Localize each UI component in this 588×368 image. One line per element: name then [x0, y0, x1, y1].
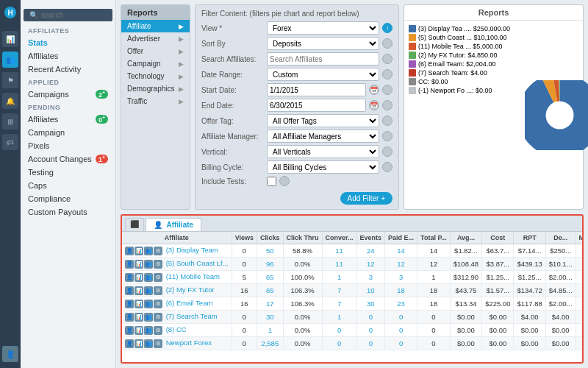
- sidebar-item-testing[interactable]: Testing: [21, 166, 115, 179]
- search-affiliates-input[interactable]: [267, 52, 379, 66]
- clicks-link[interactable]: 17: [266, 300, 274, 308]
- settings-icon[interactable]: ⚙: [154, 286, 162, 295]
- paid-e-link[interactable]: 0: [399, 313, 403, 321]
- conver-link[interactable]: 1: [337, 273, 341, 281]
- sidebar-item-campaigns[interactable]: Campaigns 2+: [21, 88, 115, 101]
- offer-tag-icon[interactable]: [382, 116, 392, 126]
- date-range-select[interactable]: Custom: [267, 68, 379, 81]
- sidebar-item-stats[interactable]: Stats: [21, 36, 115, 49]
- settings-icon[interactable]: ⚙: [154, 339, 162, 348]
- reports-nav-item-technology[interactable]: Technology ▶: [121, 70, 190, 82]
- reports-nav-item-affiliate[interactable]: Affiliate ▶: [121, 20, 190, 32]
- search-affiliates-icon[interactable]: [382, 54, 392, 64]
- chart-row-icon[interactable]: 📊: [135, 326, 143, 335]
- person-icon[interactable]: 👤: [125, 247, 134, 255]
- clicks-link[interactable]: 50: [266, 247, 274, 255]
- paid-e-link[interactable]: 0: [399, 339, 403, 347]
- events-link[interactable]: 0: [369, 313, 373, 321]
- paid-e-link[interactable]: 23: [397, 300, 405, 308]
- reports-nav-item-traffic[interactable]: Traffic ▶: [121, 95, 190, 107]
- events-link[interactable]: 0: [369, 326, 373, 334]
- paid-e-link[interactable]: 0: [399, 326, 403, 334]
- group-icon[interactable]: 👥: [144, 313, 153, 322]
- chart-row-icon[interactable]: 📊: [135, 286, 143, 295]
- chart-icon[interactable]: 📊: [2, 31, 18, 47]
- paid-e-link[interactable]: 3: [399, 273, 403, 281]
- affiliate-link[interactable]: (6) Email Team: [166, 299, 213, 307]
- clicks-link[interactable]: 65: [266, 286, 274, 294]
- group-icon[interactable]: 👥: [144, 286, 153, 295]
- person-icon[interactable]: 👤: [125, 273, 134, 282]
- affiliate-link[interactable]: (3) Display Team: [166, 246, 218, 254]
- conver-link[interactable]: 11: [335, 247, 343, 255]
- vertical-icon[interactable]: [382, 146, 392, 157]
- date-range-icon[interactable]: [382, 69, 392, 79]
- reports-nav-item-offer[interactable]: Offer ▶: [121, 45, 190, 57]
- chart-row-icon[interactable]: 📊: [135, 260, 143, 269]
- conver-link[interactable]: 0: [337, 326, 341, 334]
- reports-nav-item-advertiser[interactable]: Advertiser ▶: [121, 32, 190, 45]
- settings-icon[interactable]: ⚙: [154, 260, 162, 269]
- view-info-icon[interactable]: !: [382, 23, 392, 33]
- settings-icon[interactable]: ⚙: [154, 326, 162, 335]
- conver-link[interactable]: 11: [335, 260, 343, 268]
- include-tests-icon[interactable]: [279, 176, 290, 186]
- group-icon[interactable]: 👥: [144, 300, 153, 308]
- sidebar-item-compliance[interactable]: Compliance: [21, 192, 115, 205]
- sidebar-item-account-changes[interactable]: Account Changes 1+: [21, 152, 115, 166]
- settings-icon[interactable]: ⚙: [154, 273, 162, 282]
- reports-nav-item-demographics[interactable]: Demographics ▶: [121, 82, 190, 95]
- sort-select[interactable]: Deposits: [267, 37, 379, 50]
- include-tests-checkbox[interactable]: [267, 177, 276, 186]
- events-link[interactable]: 0: [369, 339, 373, 347]
- chart-row-icon[interactable]: 📊: [135, 313, 143, 322]
- person-icon[interactable]: 👤: [125, 260, 134, 269]
- affiliate-link[interactable]: (5) South Coast Lf...: [166, 259, 229, 267]
- events-link[interactable]: 12: [367, 260, 375, 268]
- person-icon[interactable]: 👤: [125, 313, 134, 322]
- start-date-input[interactable]: [267, 83, 366, 96]
- add-filter-button[interactable]: Add Filter +: [340, 192, 392, 205]
- chart-row-icon[interactable]: 📊: [135, 247, 143, 255]
- sidebar-item-recent-activity[interactable]: Recent Activity: [21, 63, 115, 76]
- clicks-link[interactable]: 1: [268, 326, 272, 334]
- affiliate-link[interactable]: Newport Forex: [166, 339, 212, 347]
- affiliate-link[interactable]: (11) Mobile Team: [166, 272, 220, 280]
- conver-link[interactable]: 0: [337, 339, 341, 347]
- group-icon[interactable]: 👥: [144, 339, 153, 348]
- bell-icon[interactable]: 🔔: [2, 93, 18, 109]
- sidebar-item-custom-payouts[interactable]: Custom Payouts: [21, 205, 115, 219]
- billing-cycle-select[interactable]: All Billing Cycles: [267, 160, 379, 174]
- affiliate-link[interactable]: (2) My FX Tutor: [166, 286, 215, 294]
- search-input[interactable]: [41, 11, 93, 19]
- paid-e-link[interactable]: 14: [397, 247, 405, 255]
- clicks-link[interactable]: 96: [266, 260, 274, 268]
- events-link[interactable]: 10: [367, 286, 375, 294]
- sidebar-item-pixels[interactable]: Pixels: [21, 139, 115, 152]
- affiliate-link[interactable]: (7) Search Team: [166, 312, 218, 320]
- affiliate-manager-select[interactable]: All Affiliate Managers: [267, 130, 379, 143]
- events-link[interactable]: 24: [367, 247, 375, 255]
- group-icon[interactable]: 👥: [144, 260, 153, 269]
- tab-default[interactable]: ⬛: [125, 218, 144, 231]
- reports-nav-item-campaign[interactable]: Campaign ▶: [121, 57, 190, 70]
- conver-link[interactable]: 7: [337, 286, 341, 294]
- offer-tag-select[interactable]: All Offer Tags: [267, 114, 379, 127]
- clicks-link[interactable]: 2,585: [261, 339, 279, 347]
- view-select[interactable]: Forex: [267, 21, 379, 35]
- conver-link[interactable]: 7: [337, 300, 341, 308]
- end-date-input[interactable]: [267, 99, 366, 112]
- table-scroll[interactable]: Affiliate Views Clicks Click Thru Conver…: [122, 232, 582, 362]
- tab-affiliate[interactable]: 👤 Affiliate: [146, 218, 201, 231]
- sidebar-item-caps[interactable]: Caps: [21, 179, 115, 192]
- sort-info-icon[interactable]: [382, 38, 392, 49]
- person-icon[interactable]: 👤: [125, 339, 134, 348]
- person-icon[interactable]: 👤: [125, 286, 134, 295]
- chart-row-icon[interactable]: 📊: [135, 273, 143, 282]
- settings-icon[interactable]: ⚙: [154, 313, 162, 322]
- paid-e-link[interactable]: 18: [397, 286, 405, 294]
- group-icon[interactable]: 👥: [144, 326, 153, 335]
- tag-icon[interactable]: 🏷: [2, 134, 18, 150]
- events-link[interactable]: 30: [367, 300, 375, 308]
- end-date-info-icon[interactable]: [382, 100, 392, 110]
